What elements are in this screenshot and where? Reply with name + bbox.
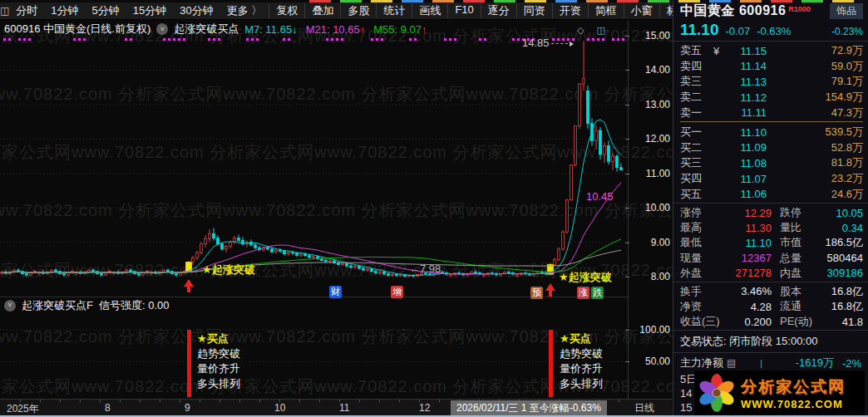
period-tab-0[interactable]: 分时 [9, 3, 44, 18]
sub-indicator-strength: 信号强度: 0.00 [99, 298, 170, 313]
x-axis-tick [319, 400, 320, 402]
info-value: 3.46% [702, 285, 772, 297]
buy-point-line: 趋势突破 [197, 346, 240, 361]
main-chart-canvas[interactable] [0, 37, 628, 297]
chevron-down-icon[interactable]: ˅ [156, 23, 168, 35]
info-cell-股本: 股本16.8亿 [772, 284, 863, 299]
buy-row-3[interactable]: 买三11.0881.8万 [680, 155, 863, 171]
book-level-label: 卖二 [680, 90, 713, 105]
strip-segment [402, 0, 423, 2]
period-tab-4[interactable]: 30分钟 [173, 3, 219, 18]
info-label: 内盘 [780, 266, 801, 281]
buy-row-2[interactable]: 买二11.0952.8万 [680, 140, 863, 156]
period-tab-5[interactable]: 更多 〉 [220, 3, 269, 18]
event-badge-涨[interactable]: 涨 [577, 287, 589, 299]
arrow-head-icon [570, 42, 574, 47]
buy-row-1[interactable]: 买一11.10539.5万 [680, 125, 863, 140]
sub-axis-label: 100.00 [629, 324, 670, 336]
watermark-logo: 分析家公式网 WWW.70822.COM [694, 370, 865, 415]
info-label: 总量 [780, 251, 801, 266]
signal-dot [130, 38, 132, 41]
toolbar-button-复权[interactable]: 复权 [269, 3, 304, 18]
book-volume: 24.6万 [767, 187, 863, 202]
dashed-arrow-line [551, 43, 568, 44]
signal-dot [484, 38, 486, 41]
toolbar-button-同资[interactable]: 同资 [516, 3, 552, 18]
x-axis-label: 8 [105, 402, 111, 414]
sub-chart-canvas[interactable] [0, 312, 628, 399]
price-axis-label: 15.00 [629, 30, 670, 42]
event-badge-财[interactable]: 财 [329, 286, 342, 298]
period-tab-3[interactable]: 15分钟 [126, 3, 173, 18]
window-panel-icon[interactable]: ◫ [0, 5, 9, 17]
toolbar-button-小窗[interactable]: 小窗 [624, 3, 659, 18]
buy-point-title: ★买点 [560, 331, 603, 346]
buy-signal-arrow-icon [184, 279, 194, 293]
signal-dot [288, 38, 290, 41]
info-row: 涨停12.29跌停10.05 [680, 205, 863, 220]
flow-value: -1619万 [796, 356, 834, 370]
flow-tick: ❘ [757, 359, 764, 368]
sell-row-2[interactable]: 卖二11.12154.9万 [680, 90, 863, 105]
signal-dot [163, 38, 165, 41]
strip-segment [801, 0, 823, 2]
event-badge-跌[interactable]: 跌 [591, 287, 604, 299]
currency-toggle[interactable]: ¥ [713, 45, 723, 57]
toolbar-button-逐分[interactable]: 逐分 [481, 3, 516, 18]
info-label: 收益(三) [680, 314, 720, 329]
strip-segment [771, 0, 792, 2]
period-tab-1[interactable]: 1分钟 [44, 3, 85, 18]
signal-dot [213, 38, 215, 41]
info-cell-总量: 总量580464 [772, 251, 863, 266]
toolbar-button-多股[interactable]: 多股 [340, 3, 376, 18]
info-label: 换手 [680, 284, 702, 299]
toolbar-button-叠加[interactable]: 叠加 [304, 3, 340, 18]
buy-row-4[interactable]: 买四11.0723.2万 [680, 171, 863, 187]
x-axis-tick [299, 400, 300, 402]
signal-dot [326, 38, 328, 41]
x-axis-tick [239, 400, 240, 402]
chevron-down-icon[interactable]: ˅ [4, 300, 16, 312]
buy-row-5[interactable]: 买五11.0624.6万 [680, 186, 863, 202]
signal-dot [592, 38, 594, 41]
info-cell-最低: 最低11.10 [680, 235, 772, 250]
sell-row-4[interactable]: 卖四11.1459.0万 [680, 59, 863, 75]
book-level-label: 买三 [680, 155, 713, 170]
sell-row-3[interactable]: 卖三11.1379.1万 [680, 74, 863, 90]
event-badge-预[interactable]: 预 [530, 287, 543, 299]
x-axis-tick [399, 400, 400, 402]
signal-dot [449, 38, 451, 41]
x-axis-label: 11 [339, 402, 349, 414]
axis-tick [625, 243, 629, 243]
strip-segment [309, 0, 331, 2]
x-axis-tick [80, 400, 81, 402]
book-level-label: 买五 [680, 187, 713, 202]
price-axis-label: 10.00 [629, 202, 670, 213]
book-price: 11.11 [723, 106, 767, 119]
info-cell-净资: 净资4.28 [680, 299, 772, 314]
info-label: 量比 [780, 220, 801, 235]
sell-row-5[interactable]: 卖五¥11.1572.9万 [680, 43, 863, 59]
peak-price-text: 14.85 [522, 37, 550, 49]
sector-change-pct: -0.23% [831, 26, 863, 37]
period-tab-2[interactable]: 5分钟 [86, 3, 126, 18]
toolbar-button-F10[interactable]: F10 [447, 3, 480, 18]
chart-corner-icons[interactable]: ◇ ◫ [577, 25, 610, 36]
toolbar-button-统计[interactable]: 统计 [376, 3, 412, 18]
info-label: 外盘 [680, 266, 702, 281]
toolbar-button-开资[interactable]: 开资 [552, 3, 588, 18]
list-icon[interactable]: ▤ [727, 357, 736, 369]
buy-point-line: 量价齐升 [197, 361, 240, 376]
margin-tag: R1000 [788, 5, 811, 13]
toolbar-button-画线[interactable]: 画线 [412, 3, 447, 18]
time-axis[interactable]: 2025年89101112 2026/02/11/三 1 至今涨幅-0.63% [0, 399, 672, 415]
signal-dot [444, 38, 446, 41]
sector-badge[interactable]: 饰品 [830, 3, 863, 19]
info-value: 16.8亿 [801, 299, 863, 314]
toolbar-button-简框[interactable]: 简框 [588, 3, 624, 18]
period-selector[interactable]: 日线 [634, 401, 654, 415]
sell-row-1[interactable]: 卖一11.1147.3万 [680, 105, 863, 120]
book-level-label: 买一 [680, 125, 713, 140]
book-level-label: 买二 [680, 140, 713, 155]
event-badge-增[interactable]: 增 [391, 286, 403, 298]
